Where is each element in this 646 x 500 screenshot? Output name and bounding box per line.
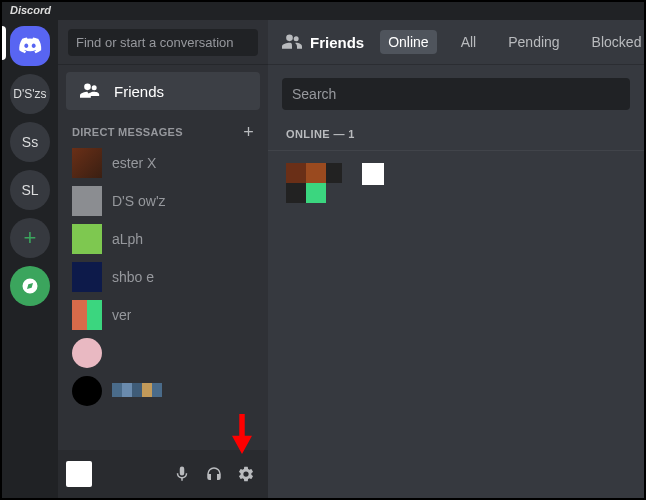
dm-sidebar: Find or start a conversation Friends DIR…: [58, 20, 268, 498]
discord-logo-icon: [18, 34, 42, 58]
window-title: Discord: [2, 2, 644, 20]
tab-pending[interactable]: Pending: [500, 30, 567, 54]
friends-search-input[interactable]: Search: [282, 78, 630, 110]
headphones-icon: [205, 465, 223, 483]
main-content: Friends Online All Pending Blocked Searc…: [268, 20, 644, 498]
quickswitcher-button[interactable]: Find or start a conversation: [68, 29, 258, 56]
add-server-button[interactable]: +: [10, 218, 50, 258]
server-item[interactable]: D'S'zs: [10, 74, 50, 114]
user-avatar[interactable]: [66, 461, 92, 487]
dm-item[interactable]: [66, 372, 260, 410]
friend-avatar[interactable]: [286, 163, 342, 201]
gear-icon: [237, 465, 255, 483]
tab-all[interactable]: All: [453, 30, 485, 54]
deafen-button[interactable]: [200, 460, 228, 488]
explore-servers-button[interactable]: [10, 266, 50, 306]
server-item[interactable]: SL: [10, 170, 50, 210]
tab-blocked[interactable]: Blocked: [584, 30, 646, 54]
friend-avatar[interactable]: [362, 163, 384, 185]
dm-item[interactable]: [66, 334, 260, 372]
create-dm-button[interactable]: +: [243, 126, 254, 138]
friends-icon: [282, 32, 302, 52]
dm-item[interactable]: shbo e: [66, 258, 260, 296]
dm-name: shbo e: [112, 269, 154, 285]
user-panel: [58, 450, 268, 498]
redacted-name: [112, 383, 162, 397]
user-settings-button[interactable]: [232, 460, 260, 488]
friends-heading: Friends: [282, 32, 364, 52]
dm-name: D'S ow'z: [112, 193, 166, 209]
dm-section-header: DIRECT MESSAGES: [72, 126, 183, 138]
dm-name: aLph: [112, 231, 143, 247]
dm-name: ester X: [112, 155, 156, 171]
dm-item[interactable]: D'S ow'z: [66, 182, 260, 220]
microphone-icon: [173, 465, 191, 483]
friends-icon: [80, 81, 100, 101]
server-item[interactable]: Ss: [10, 122, 50, 162]
dm-name: ver: [112, 307, 131, 323]
server-rail: D'S'zs Ss SL +: [2, 20, 58, 498]
dm-item[interactable]: ver: [66, 296, 260, 334]
dm-list: ester X D'S ow'z aLph shbo e ver: [58, 142, 268, 450]
compass-icon: [21, 277, 39, 295]
tab-online[interactable]: Online: [380, 30, 436, 54]
friends-nav-label: Friends: [114, 83, 164, 100]
dm-item[interactable]: ester X: [66, 144, 260, 182]
friends-topbar: Friends Online All Pending Blocked: [268, 20, 644, 64]
home-button[interactable]: [10, 26, 50, 66]
online-section-label: ONLINE — 1: [268, 120, 644, 151]
mute-button[interactable]: [168, 460, 196, 488]
dm-item[interactable]: aLph: [66, 220, 260, 258]
friends-nav-button[interactable]: Friends: [66, 72, 260, 110]
